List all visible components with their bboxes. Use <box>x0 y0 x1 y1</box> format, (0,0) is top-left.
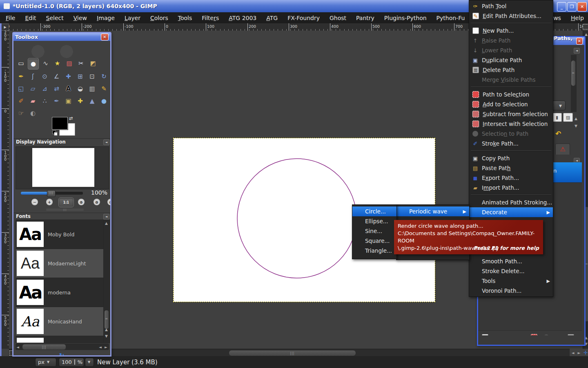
menubar-item-edit[interactable]: Edit <box>20 13 41 23</box>
menu-item-tools[interactable]: Tools▶ <box>469 276 553 286</box>
menu-item-selection-to-path[interactable]: Selection to Path <box>469 129 553 139</box>
menu-item-decorate[interactable]: Decorate▶ <box>469 207 553 217</box>
menu-item-stroke-path[interactable]: ✐Stroke Path... <box>469 139 553 148</box>
menu-item-add-to-selection[interactable]: Add to Selection <box>469 99 553 109</box>
menu-item-intersect-with-selection[interactable]: Intersect with Selection <box>469 119 553 129</box>
scale-tool[interactable]: ◱ <box>16 83 26 94</box>
font-list-hscrollbar[interactable]: ◄ ||| ◄ ► <box>16 343 109 350</box>
zoom-follow-window-icon[interactable] <box>583 24 588 29</box>
smudge-tool[interactable]: ☞ <box>16 108 26 119</box>
menubar-item-tools[interactable]: Tools <box>173 13 197 23</box>
zoom-in-button[interactable]: + <box>46 199 53 205</box>
scroll-right-icon[interactable]: ► <box>576 350 582 355</box>
rotate-tool[interactable]: ↻ <box>99 71 109 82</box>
menubar-item-image[interactable]: Image <box>92 13 120 23</box>
fuzzy-select-tool[interactable]: ★ <box>52 58 62 69</box>
scissors-select-tool[interactable]: ✂ <box>76 58 86 69</box>
align-tool[interactable]: ⊞ <box>75 71 85 82</box>
unit-select[interactable]: px ▼ <box>35 358 56 367</box>
zoom-fit-image-button[interactable]: ⊕ <box>78 199 85 205</box>
clone-tool[interactable]: ▣ <box>63 96 74 106</box>
toolbox-title-bar[interactable]: Toolbox ✕ <box>13 33 110 41</box>
scroll-down-icon[interactable]: ▼ <box>104 334 109 339</box>
menu-item-smooth-path[interactable]: Smooth Path... <box>469 256 553 266</box>
font-row-modaernelight[interactable]: AaModaerneLight <box>16 249 103 278</box>
submenu-item-circle[interactable]: Circle... <box>352 206 396 216</box>
heal-tool[interactable]: ✚ <box>75 96 85 106</box>
scroll-left2-icon[interactable]: ◄ <box>99 345 102 350</box>
navigation-preview[interactable] <box>32 148 94 187</box>
menu-item-raise-path[interactable]: ↑Raise Path <box>469 36 553 45</box>
toolbox-close-button[interactable]: ✕ <box>101 34 109 40</box>
text-tool[interactable]: A <box>63 83 74 94</box>
close-button[interactable]: ✕ <box>577 2 587 11</box>
perspective-clone-tool[interactable]: ▲ <box>87 96 97 106</box>
menubar-item-atg[interactable]: ATG <box>261 13 283 23</box>
rect-select-tool[interactable]: ▭ <box>16 58 26 69</box>
submenu-item-triangle[interactable]: Triangle... <box>352 246 396 256</box>
submenu-item-periodic-wave[interactable]: Periodic wave▶ <box>396 206 469 216</box>
ellipse-select-tool[interactable]: ● <box>28 58 39 70</box>
menu-item-duplicate-path[interactable]: ▣Duplicate Path <box>469 55 553 65</box>
zoom-out-button[interactable]: − <box>31 199 38 205</box>
bucket-fill-tool[interactable]: ◒ <box>75 83 85 94</box>
scroll-up-icon[interactable]: ▲ <box>104 221 109 226</box>
default-colors-icon[interactable] <box>52 130 57 135</box>
minimize-button[interactable]: _ <box>557 2 566 11</box>
zoom-slider-handle[interactable]: ||| <box>47 190 56 197</box>
menubar-item-view[interactable]: View <box>69 13 92 23</box>
menubar-item-filters[interactable]: Filters <box>197 13 224 23</box>
refresh-fonts-icon[interactable]: ↻ <box>57 352 67 355</box>
zoom-fit-window-button[interactable]: ⊕ <box>94 199 100 205</box>
font-list-scrollbar[interactable]: ▲ ≡ ▲ ▼ <box>103 220 110 343</box>
font-row-monicashand[interactable]: AaMonicasHand <box>16 307 103 336</box>
zoom-tool[interactable]: ⊙ <box>40 71 50 82</box>
selection-to-path-button[interactable] <box>543 332 552 335</box>
font-hscrollbar-thumb[interactable]: ||| <box>22 344 66 350</box>
menubar-item-pantry[interactable]: Pantry <box>351 13 379 23</box>
menubar-item-select[interactable]: Select <box>41 13 69 23</box>
horizontal-scrollbar-thumb[interactable]: ||| <box>229 350 356 356</box>
menu-item-new-path[interactable]: New Path... <box>469 26 553 36</box>
zoom-1-1-button[interactable]: 1:1 <box>58 197 74 207</box>
menubar-item-atg-2003[interactable]: ATG 2003 <box>224 13 261 23</box>
menu-item-edit-path-attributes[interactable]: ✎Edit Path Attributes... <box>469 11 553 21</box>
blur-sharpen-tool[interactable]: ● <box>99 96 109 106</box>
gradient-tool[interactable]: ▥ <box>87 83 97 94</box>
menu-item-subtract-from-selection[interactable]: Subtract from Selection <box>469 109 553 119</box>
menu-item-stroke-delete[interactable]: Stroke Delete... <box>469 266 553 276</box>
font-scrollbar-thumb[interactable]: ≡ <box>104 310 109 329</box>
scroll-left-icon[interactable]: ◄ <box>16 345 19 350</box>
select-by-color-tool[interactable]: ▨ <box>64 58 74 69</box>
warning-tab[interactable]: ⚠ <box>555 144 570 155</box>
path-to-selection-button[interactable] <box>530 332 540 335</box>
shrink-wrap-button[interactable]: ⊕ <box>107 199 110 205</box>
paintbrush-tool[interactable]: ✐ <box>16 96 26 106</box>
font-row-moby-bold[interactable]: AaMoby Bold <box>16 220 103 249</box>
submenu-item-sine[interactable]: Sine... <box>352 226 396 236</box>
menu-item-export-path[interactable]: ◼Export Path... <box>469 173 553 183</box>
zoom-input[interactable]: 100 89 % <box>59 358 84 367</box>
scroll-right-icon[interactable]: ► <box>105 345 107 350</box>
submenu-item-ellipse[interactable]: Ellipse... <box>352 216 396 226</box>
menu-item-path-to-selection[interactable]: Path to Selection <box>469 90 553 99</box>
spin-up-icon[interactable]: ▲ <box>575 116 577 121</box>
menu-item-animated-path-stroking[interactable]: Animated Path Stroking... <box>469 197 553 207</box>
menubar-item-colors[interactable]: Colors <box>145 13 173 23</box>
color-picker-tool[interactable]: ʃ <box>28 71 38 82</box>
menubar-item-fx-foundry[interactable]: FX-Foundry <box>283 13 325 23</box>
move-tool[interactable]: ✚ <box>63 71 74 82</box>
delete-path-button[interactable]: ≣ <box>567 332 577 335</box>
airbrush-tool[interactable]: ∴ <box>40 96 50 106</box>
measure-tool[interactable]: ∠ <box>51 71 62 82</box>
dialog-scrollbar-thumb[interactable]: ≡ <box>571 61 575 86</box>
menu-item-import-path[interactable]: ▰Import Path... <box>469 183 553 193</box>
reset-icon[interactable]: ↶ <box>555 130 561 138</box>
maximize-button[interactable]: ❐ <box>567 2 577 11</box>
scroll-up2-icon[interactable]: ▲ <box>104 327 109 332</box>
new-path-button[interactable] <box>481 332 491 335</box>
menubar-item-help[interactable]: Help <box>566 13 588 23</box>
foreground-color-swatch[interactable] <box>52 117 68 130</box>
crop-tool[interactable]: ⊡ <box>87 71 97 82</box>
collapse-arrow-icon[interactable]: ◄ <box>574 48 580 54</box>
